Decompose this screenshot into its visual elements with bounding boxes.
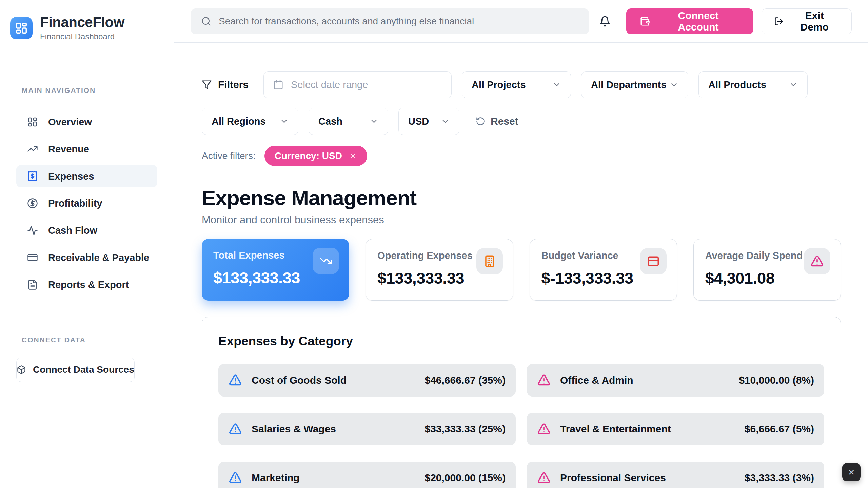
- date-range-picker[interactable]: Select date range: [263, 71, 452, 98]
- category-value: $46,666.67 (35%): [425, 374, 506, 386]
- reset-filters-button[interactable]: Reset: [476, 116, 518, 127]
- stat-card-total-expenses[interactable]: Total Expenses $133,333.33: [202, 239, 349, 301]
- page-subtitle: Monitor and control business expenses: [202, 214, 841, 226]
- sidebar-item-overview[interactable]: Overview: [16, 111, 157, 133]
- currency-select[interactable]: USD: [398, 108, 459, 135]
- regions-select[interactable]: All Regions: [202, 108, 298, 135]
- close-icon: ×: [848, 466, 855, 479]
- products-select[interactable]: All Products: [698, 71, 808, 98]
- sidebar-item-profitability[interactable]: Profitability: [16, 192, 157, 215]
- currency-filter-chip-label: Currency: USD: [275, 150, 342, 161]
- projects-select[interactable]: All Projects: [462, 71, 571, 98]
- departments-select-value: All Departments: [591, 79, 666, 90]
- sidebar-item-revenue[interactable]: Revenue: [16, 138, 157, 160]
- sidebar-item-label: Cash Flow: [48, 225, 97, 236]
- connect-account-button[interactable]: Connect Account: [626, 8, 754, 34]
- credit-card-icon: [640, 248, 667, 274]
- file-text-icon: [27, 279, 38, 290]
- alert-triangle-icon: [804, 248, 830, 274]
- category-name: Cost of Goods Sold: [252, 374, 347, 386]
- stat-card-average-daily-spend[interactable]: Average Daily Spend $4,301.08: [693, 239, 841, 301]
- category-value: $33,333.33 (25%): [425, 423, 506, 435]
- chevron-down-icon: [670, 80, 678, 89]
- main-navigation: Overview Revenue Expenses Profitability: [16, 111, 157, 296]
- category-name: Travel & Entertainment: [560, 423, 671, 435]
- top-bar: Connect Account Exit Demo: [174, 0, 868, 43]
- category-row-salaries-wages[interactable]: Salaries & Wages $33,333.33 (25%): [218, 413, 516, 445]
- sidebar-item-cash-flow[interactable]: Cash Flow: [16, 219, 157, 242]
- category-row-office-admin[interactable]: Office & Admin $10,000.00 (8%): [527, 364, 824, 396]
- cash-basis-select[interactable]: Cash: [309, 108, 388, 135]
- alert-triangle-icon: [537, 373, 551, 387]
- dashboard-grid-icon: [15, 22, 28, 35]
- reset-label: Reset: [491, 116, 518, 127]
- bell-icon[interactable]: [599, 16, 611, 27]
- sidebar-item-label: Expenses: [48, 171, 94, 182]
- global-search[interactable]: [191, 8, 589, 34]
- app-screen: FinanceFlow Financial Dashboard MAIN NAV…: [0, 0, 868, 488]
- active-filters-row: Active filters: Currency: USD: [202, 146, 841, 166]
- trending-up-icon: [27, 144, 38, 155]
- alert-triangle-icon: [537, 422, 551, 436]
- dollar-circle-icon: [27, 198, 38, 209]
- trending-down-icon: [313, 248, 339, 274]
- category-value: $3,333.33 (3%): [745, 472, 814, 484]
- category-row-marketing[interactable]: Marketing $20,000.00 (15%): [218, 462, 516, 488]
- stat-card-operating-expenses[interactable]: Operating Expenses $133,333.33: [366, 239, 513, 301]
- dashboard-grid-icon: [27, 117, 38, 127]
- app-subtitle: Financial Dashboard: [40, 32, 124, 41]
- sidebar-item-expenses[interactable]: Expenses: [16, 165, 157, 187]
- category-grid: Cost of Goods Sold $46,666.67 (35%) Offi…: [218, 364, 824, 488]
- nav-section-heading: MAIN NAVIGATION: [22, 86, 174, 95]
- stat-cards-row: Total Expenses $133,333.33 Operating Exp…: [202, 239, 841, 301]
- category-row-travel-entertainment[interactable]: Travel & Entertainment $6,666.67 (5%): [527, 413, 824, 445]
- exit-demo-button[interactable]: Exit Demo: [762, 8, 852, 34]
- search-icon: [201, 16, 211, 26]
- rotate-ccw-icon: [476, 117, 485, 126]
- brand-text: FinanceFlow Financial Dashboard: [40, 15, 124, 41]
- category-value: $6,666.67 (5%): [745, 423, 814, 435]
- chevron-down-icon: [370, 117, 378, 126]
- active-filters-label: Active filters:: [202, 150, 256, 161]
- overlay-close-button[interactable]: ×: [842, 463, 861, 481]
- products-select-value: All Products: [708, 79, 766, 90]
- projects-select-value: All Projects: [472, 79, 526, 90]
- category-name: Marketing: [252, 472, 300, 484]
- chevron-down-icon: [789, 80, 798, 89]
- main-content: Filters Select date range All Projects A…: [174, 43, 868, 488]
- category-row-cost-of-goods-sold[interactable]: Cost of Goods Sold $46,666.67 (35%): [218, 364, 516, 396]
- sidebar-item-label: Overview: [48, 117, 92, 128]
- filters-row-1: Filters Select date range All Projects A…: [202, 71, 841, 98]
- sidebar: FinanceFlow Financial Dashboard MAIN NAV…: [0, 0, 174, 488]
- cash-basis-select-value: Cash: [318, 116, 342, 127]
- alert-triangle-icon: [229, 422, 242, 436]
- expenses-by-category-card: Expenses by Category Cost of Goods Sold …: [202, 317, 841, 488]
- sidebar-item-label: Revenue: [48, 144, 89, 155]
- search-input[interactable]: [219, 16, 579, 27]
- receipt-icon: [27, 171, 38, 182]
- activity-icon: [27, 225, 38, 236]
- sidebar-item-label: Profitability: [48, 198, 102, 209]
- currency-filter-chip[interactable]: Currency: USD: [264, 146, 367, 166]
- chevron-down-icon: [552, 80, 561, 89]
- close-icon[interactable]: [349, 152, 357, 160]
- brand-header: FinanceFlow Financial Dashboard: [0, 0, 174, 57]
- currency-select-value: USD: [408, 116, 429, 127]
- calendar-icon: [273, 80, 283, 90]
- departments-select[interactable]: All Departments: [581, 71, 688, 98]
- building-icon: [476, 248, 503, 274]
- stat-card-budget-variance[interactable]: Budget Variance $-133,333.33: [530, 239, 677, 301]
- connect-data-sources-label: Connect Data Sources: [33, 364, 134, 375]
- connect-account-label: Connect Account: [657, 10, 740, 33]
- filters-label: Filters: [218, 79, 249, 90]
- filters-row-2: All Regions Cash USD: [202, 108, 841, 135]
- chevron-down-icon: [441, 117, 450, 126]
- app-title: FinanceFlow: [40, 15, 124, 30]
- sidebar-item-reports-export[interactable]: Reports & Export: [16, 273, 157, 296]
- logout-icon: [774, 17, 784, 26]
- connect-data-sources-button[interactable]: Connect Data Sources: [16, 358, 135, 382]
- sidebar-item-receivable-payable[interactable]: Receivable & Payable: [16, 246, 157, 269]
- category-row-professional-services[interactable]: Professional Services $3,333.33 (3%): [527, 462, 824, 488]
- chevron-down-icon: [280, 117, 289, 126]
- sidebar-item-label: Reports & Export: [48, 279, 129, 290]
